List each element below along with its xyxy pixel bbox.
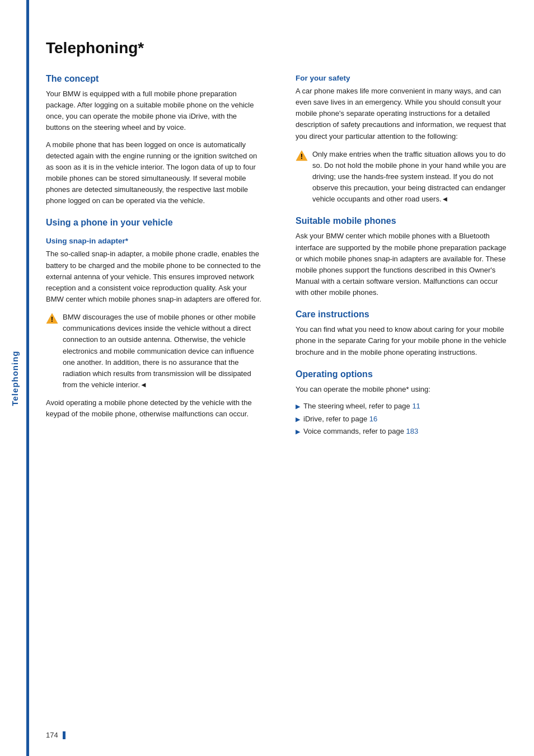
warning-text-2: Only make entries when the traffic situa…: [312, 149, 512, 205]
voice-label: Voice commands, refer to page: [303, 427, 406, 435]
warning-box-2: ! Only make entries when the traffic sit…: [296, 149, 512, 205]
warning-icon-2: !: [296, 149, 308, 162]
operating-options-heading: Operating options: [296, 369, 512, 379]
svg-text:!: !: [301, 152, 303, 161]
page-footer: 174: [46, 731, 512, 739]
steering-wheel-label: The steering wheel, refer to page: [303, 402, 412, 410]
care-instructions-heading: Care instructions: [296, 309, 512, 320]
snap-in-heading: Using snap-in adapter*: [46, 237, 262, 245]
right-column: For your safety A car phone makes life m…: [290, 74, 512, 441]
concept-para-2: A mobile phone that has been logged on o…: [46, 139, 262, 207]
steering-wheel-text: The steering wheel, refer to page 11: [303, 401, 420, 412]
safety-para: A car phone makes life more convenient i…: [296, 86, 512, 142]
sidebar-label: Telephoning: [10, 350, 20, 406]
page-title: Telephoning*: [46, 39, 512, 57]
warning-text-1: BMW discourages the use of mobile phones…: [63, 312, 262, 391]
two-column-layout: The concept Your BMW is equipped with a …: [46, 74, 512, 441]
page-container: Telephoning Telephoning* The concept You…: [0, 0, 534, 756]
using-phone-heading: Using a phone in your vehicle: [46, 218, 262, 228]
idrive-link[interactable]: 16: [369, 415, 377, 423]
idrive-label: iDrive, refer to page: [303, 415, 369, 423]
concept-para-1: Your BMW is equipped with a full mobile …: [46, 88, 262, 134]
page-number: 174: [46, 731, 63, 739]
bullet-arrow-1: ▶: [296, 402, 300, 412]
voice-link[interactable]: 183: [406, 427, 419, 435]
warning-box-1: ! BMW discourages the use of mobile phon…: [46, 312, 262, 391]
list-item-voice: ▶ Voice commands, refer to page 183: [296, 426, 512, 438]
operating-options-list: ▶ The steering wheel, refer to page 11 ▶…: [296, 401, 512, 438]
steering-wheel-link[interactable]: 11: [412, 402, 420, 410]
bullet-arrow-2: ▶: [296, 415, 300, 425]
safety-heading: For your safety: [296, 74, 512, 82]
operating-options-intro: You can operate the mobile phone* using:: [296, 384, 512, 395]
care-instructions-para: You can find what you need to know about…: [296, 324, 512, 358]
svg-text:!: !: [51, 315, 53, 323]
idrive-text: iDrive, refer to page 16: [303, 414, 377, 425]
left-column: The concept Your BMW is equipped with a …: [46, 74, 268, 441]
main-content: Telephoning* The concept Your BMW is equ…: [29, 0, 534, 756]
list-item-steering-wheel: ▶ The steering wheel, refer to page 11: [296, 401, 512, 412]
sidebar: Telephoning: [0, 0, 29, 756]
warning-icon-1: !: [46, 312, 58, 325]
list-item-idrive: ▶ iDrive, refer to page 16: [296, 414, 512, 425]
concept-heading: The concept: [46, 74, 262, 84]
bullet-arrow-3: ▶: [296, 427, 300, 437]
suitable-phones-heading: Suitable mobile phones: [296, 216, 512, 226]
avoid-para: Avoid operating a mobile phone detected …: [46, 397, 262, 420]
suitable-phones-para: Ask your BMW center which mobile phones …: [296, 231, 512, 298]
footer-bar: [63, 731, 65, 739]
voice-text: Voice commands, refer to page 183: [303, 426, 418, 438]
snap-in-para: The so-called snap-in adapter, a mobile …: [46, 248, 262, 305]
